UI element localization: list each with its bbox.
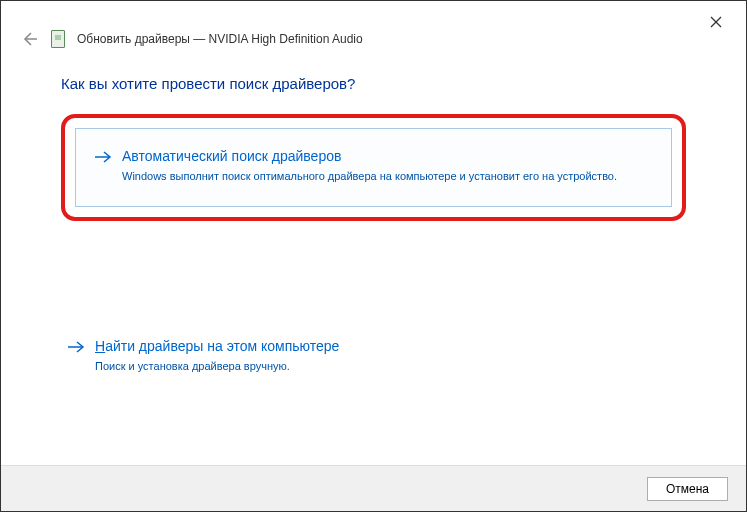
option-auto-search[interactable]: Автоматический поиск драйверов Windows в…: [75, 128, 672, 207]
option-manual-title: Найти драйверы на этом компьютере: [95, 337, 339, 355]
back-button[interactable]: [19, 29, 39, 49]
arrow-left-icon: [19, 29, 39, 49]
arrow-right-icon: [94, 150, 112, 168]
header: Обновить драйверы — NVIDIA High Definiti…: [1, 29, 746, 55]
question-heading: Как вы хотите провести поиск драйверов?: [61, 75, 686, 92]
content-area: Как вы хотите провести поиск драйверов? …: [1, 55, 746, 390]
window-title: Обновить драйверы — NVIDIA High Definiti…: [77, 32, 363, 46]
arrow-right-icon: [67, 340, 85, 358]
footer: Отмена: [1, 465, 746, 511]
device-icon: [51, 30, 65, 48]
close-icon: [710, 16, 722, 28]
dialog-window: Обновить драйверы — NVIDIA High Definiti…: [0, 0, 747, 512]
cancel-button[interactable]: Отмена: [647, 477, 728, 501]
close-button[interactable]: [694, 7, 738, 37]
highlight-annotation: Автоматический поиск драйверов Windows в…: [61, 114, 686, 221]
option-manual-desc: Поиск и установка драйвера вручную.: [95, 360, 668, 372]
option-auto-desc: Windows выполнит поиск оптимального драй…: [122, 170, 653, 182]
option-auto-title: Автоматический поиск драйверов: [122, 147, 341, 165]
option-manual-search[interactable]: Найти драйверы на этом компьютере Поиск …: [61, 331, 686, 390]
